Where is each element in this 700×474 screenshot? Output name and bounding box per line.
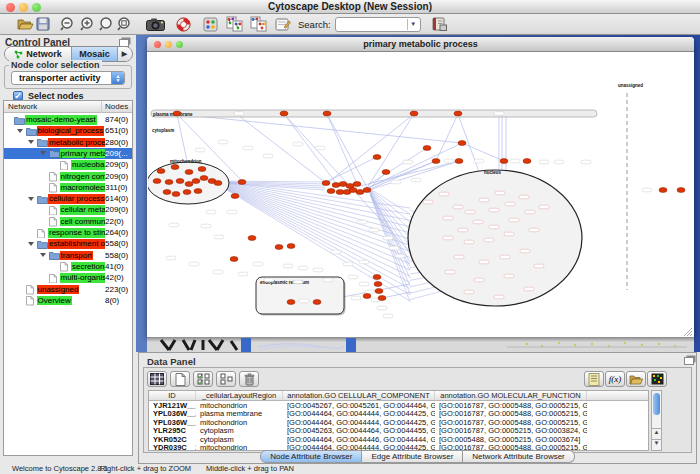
minimize-button[interactable] [19, 3, 28, 12]
graph-node[interactable] [153, 179, 161, 184]
graph-node[interactable] [163, 190, 171, 195]
graph-node[interactable] [287, 300, 295, 305]
tree-row-primary-metabo[interactable]: primary metabo209(... [4, 148, 132, 159]
graph-node[interactable] [432, 159, 440, 164]
disclosure-triangle[interactable] [28, 140, 34, 144]
snapshot-button[interactable] [144, 15, 166, 34]
graph-node[interactable] [523, 159, 531, 164]
graph-node[interactable] [172, 192, 180, 197]
graph-node[interactable] [454, 111, 462, 116]
network-canvas[interactable]: plasma membranecytoplasmmitochondrionnuc… [148, 52, 693, 337]
attribute-list-button[interactable] [584, 371, 604, 387]
disclosure-triangle[interactable] [40, 151, 46, 155]
tab-network-attribute-browser[interactable]: Network Attribute Browser [463, 450, 574, 463]
graph-node[interactable] [455, 159, 463, 164]
graph-node[interactable] [374, 282, 382, 287]
graph-node[interactable] [327, 189, 335, 194]
import-table-button[interactable] [249, 15, 269, 34]
graph-node[interactable] [353, 182, 361, 187]
attribute-table-header[interactable]: ID_cellularLayoutRegionannotation.GO CEL… [149, 391, 648, 401]
graph-node[interactable] [677, 188, 685, 193]
graph-node[interactable] [165, 180, 173, 185]
graph-node[interactable] [185, 182, 193, 187]
new-attribute-button[interactable] [170, 371, 190, 387]
graph-node[interactable] [198, 167, 206, 172]
graph-node[interactable] [323, 111, 331, 116]
disclosure-triangle[interactable] [40, 253, 46, 257]
attribute-select-button[interactable] [147, 371, 167, 387]
graph-node[interactable] [410, 111, 418, 116]
graph-node[interactable] [373, 155, 381, 160]
graph-node[interactable] [248, 236, 256, 241]
graph-node[interactable] [322, 181, 330, 186]
network-minimize-button[interactable] [165, 41, 172, 48]
tree-row-establishment-of-lo[interactable]: establishment of lo558(0) [4, 238, 132, 249]
graph-node[interactable] [231, 194, 239, 199]
search-dropdown-arrow[interactable]: ▼ [407, 19, 419, 30]
graph-node[interactable] [378, 296, 386, 301]
node-color-dropdown[interactable]: transporter activity ▲▼ [11, 71, 125, 85]
graph-node[interactable] [230, 257, 238, 262]
tab-overflow-button[interactable]: ▶ [118, 47, 131, 61]
graph-node[interactable] [173, 111, 181, 116]
graph-node[interactable] [192, 179, 200, 184]
scrollbar-thumb[interactable] [653, 393, 660, 415]
tree-row-cellular-process[interactable]: cellular process614(0) [4, 193, 132, 204]
graph-node[interactable] [275, 245, 283, 250]
graph-node[interactable] [214, 181, 222, 186]
zoom-button[interactable] [32, 3, 41, 12]
graph-node[interactable] [313, 300, 321, 305]
scroll-up-button[interactable]: ▲ [652, 428, 661, 439]
open-file-button[interactable] [16, 15, 34, 34]
tree-row-secretion[interactable]: secretion41(0) [4, 261, 132, 272]
graph-node[interactable] [375, 289, 383, 294]
annotation-button[interactable] [273, 15, 293, 34]
attribute-browser-button[interactable] [430, 15, 450, 34]
graph-node[interactable] [373, 275, 381, 280]
graph-node[interactable] [287, 244, 295, 249]
tree-row-cell-communicat[interactable]: cell communicat22(0) [4, 216, 132, 227]
zoom-selected-button[interactable] [116, 15, 132, 34]
disclosure-triangle[interactable] [17, 129, 23, 133]
graph-node[interactable] [176, 179, 184, 184]
network-zoom-button[interactable] [176, 41, 183, 48]
table-scrollbar[interactable]: ▲ ▼ [651, 390, 662, 451]
zoom-in-button[interactable] [79, 15, 95, 34]
disclosure-triangle[interactable] [28, 197, 34, 201]
save-button[interactable] [34, 15, 52, 34]
graph-node[interactable] [332, 183, 340, 188]
vizmapper-button[interactable] [201, 15, 219, 34]
tree-row-multi-organism-pro[interactable]: multi-organism pro42(0) [4, 272, 132, 283]
tree-row-macromolecule[interactable]: macromolecule311(0) [4, 182, 132, 193]
tree-row-unassigned[interactable]: unassigned223(0) [4, 284, 132, 295]
background-windows[interactable] [147, 337, 694, 352]
graph-node[interactable] [157, 169, 165, 174]
delete-attribute-button[interactable] [239, 371, 259, 387]
column-header-3[interactable]: annotation.GO MOLECULAR_FUNCTION [435, 391, 587, 400]
select-attributes-button[interactable] [193, 371, 213, 387]
graph-node[interactable] [200, 176, 208, 181]
graph-node[interactable] [280, 111, 288, 116]
import-attributes-button[interactable] [626, 371, 646, 387]
tree-row-transport[interactable]: transport558(0) [4, 250, 132, 261]
function-builder-button[interactable]: f(x) [605, 371, 625, 387]
tab-mosaic[interactable]: Mosaic [72, 47, 118, 61]
graph-node[interactable] [500, 159, 508, 164]
matrix-view-button[interactable] [647, 371, 667, 387]
graph-node[interactable] [183, 190, 191, 195]
graph-node[interactable] [363, 188, 371, 193]
graph-node[interactable] [363, 294, 371, 299]
graph-node[interactable] [659, 188, 667, 193]
table-row-YPL036W__1[interactable]: YPL036W__1mitochondrion[GO:0044464, GO:0… [149, 419, 648, 428]
tree-row-response-to-stimulu[interactable]: response to stimulu264(0) [4, 227, 132, 238]
table-row-YJR121W__1[interactable]: YJR121W__1mitochondrion[GO:0045267, GO:0… [149, 402, 648, 411]
data-panel-float-icon[interactable] [684, 357, 694, 365]
help-button[interactable] [174, 15, 192, 34]
graph-node[interactable] [185, 170, 193, 175]
tab-node-attribute-browser[interactable]: Node Attribute Browser [260, 450, 362, 463]
table-row-YLR295C[interactable]: YLR295Ccytoplasm[GO:0045263, GO:0044464,… [149, 427, 648, 436]
tree-row-nucleobase-[interactable]: nucleobase-209(0) [4, 159, 132, 170]
scroll-down-button[interactable]: ▼ [652, 439, 661, 450]
graph-node[interactable] [458, 141, 466, 146]
tab-network[interactable]: Network [5, 47, 72, 61]
